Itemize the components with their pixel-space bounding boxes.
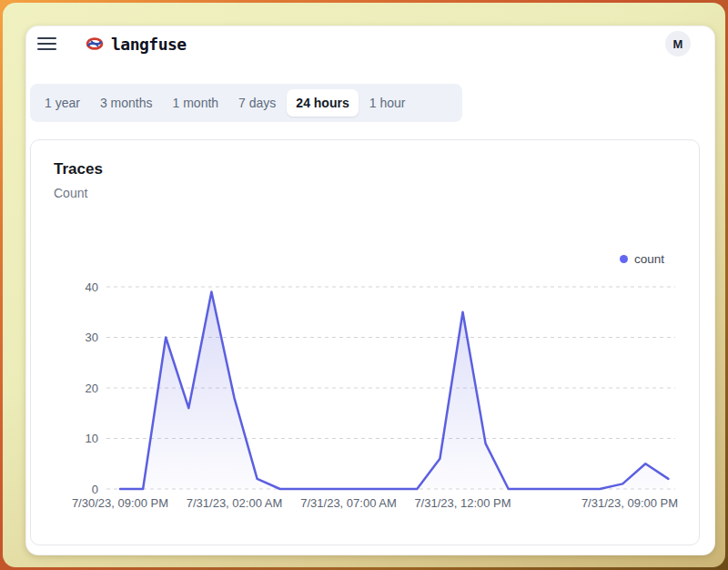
brand-name: langfuse — [111, 35, 187, 54]
y-tick-label: 10 — [86, 432, 98, 445]
x-tick-label: 7/30/23, 09:00 PM — [72, 496, 168, 510]
user-avatar[interactable]: M — [665, 31, 691, 56]
tab-1-year[interactable]: 1 year — [35, 89, 89, 117]
knot-icon — [86, 36, 104, 51]
traces-area-chart[interactable]: 0102030407/30/23, 09:00 PM7/31/23, 02:00… — [31, 140, 701, 546]
tab-7-days[interactable]: 7 days — [229, 89, 285, 117]
menu-icon[interactable] — [35, 36, 58, 52]
y-tick-label: 30 — [86, 331, 98, 344]
x-tick-label: 7/31/23, 07:00 AM — [300, 496, 397, 510]
x-tick-label: 7/31/23, 09:00 PM — [581, 496, 678, 510]
brand-logo[interactable]: langfuse — [86, 35, 187, 54]
x-tick-label: 7/31/23, 12:00 PM — [414, 496, 511, 510]
x-tick-label: 7/31/23, 02:00 AM — [187, 496, 283, 510]
chart-area-fill — [120, 292, 668, 489]
traces-card: Traces Count count 0102030407/30/23, 09:… — [30, 139, 700, 545]
y-tick-label: 0 — [92, 483, 98, 496]
tab-24-hours[interactable]: 24 hours — [287, 89, 358, 117]
time-range-tabbar: 1 year3 months1 month7 days24 hours1 hou… — [30, 84, 462, 122]
tab-1-hour[interactable]: 1 hour — [360, 89, 415, 117]
app-window: langfuse M 1 year3 months1 month7 days24… — [25, 25, 715, 555]
y-tick-label: 40 — [86, 280, 98, 294]
tab-1-month[interactable]: 1 month — [164, 89, 228, 117]
app-header: langfuse M — [35, 31, 691, 56]
tab-3-months[interactable]: 3 months — [91, 89, 162, 117]
y-tick-label: 20 — [86, 382, 98, 395]
